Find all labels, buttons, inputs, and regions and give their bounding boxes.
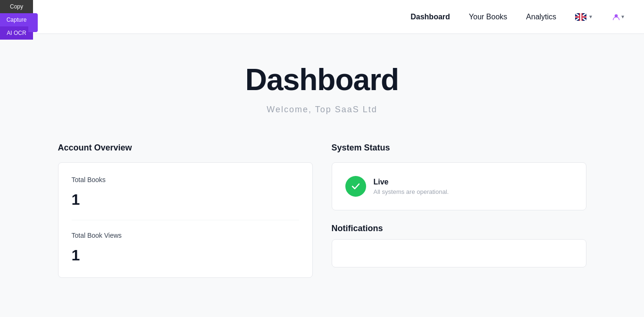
dashboard-grid: Account Overview Total Books 1 Total Boo… bbox=[58, 143, 586, 278]
total-books-value: 1 bbox=[72, 191, 299, 209]
nav-dashboard[interactable]: Dashboard bbox=[410, 13, 450, 21]
notifications-title: Notifications bbox=[332, 224, 586, 234]
lang-chevron-icon: ▼ bbox=[588, 14, 593, 19]
nav-your-books[interactable]: Your Books bbox=[469, 13, 507, 21]
notifications-card bbox=[332, 239, 586, 267]
account-overview-section: Account Overview Total Books 1 Total Boo… bbox=[58, 143, 313, 278]
floating-toolbar: Copy Capture AI OCR bbox=[0, 0, 33, 40]
svg-rect-0 bbox=[575, 13, 586, 21]
status-live-icon bbox=[345, 176, 366, 197]
status-description: All systems are operational. bbox=[374, 188, 449, 195]
status-text: Live All systems are operational. bbox=[374, 178, 449, 195]
right-column: System Status Live All systems are opera… bbox=[332, 143, 586, 278]
total-book-views-label: Total Book Views bbox=[72, 232, 299, 239]
flag-uk-icon bbox=[575, 13, 586, 21]
user-chevron-icon: ▼ bbox=[620, 14, 625, 19]
total-book-views-value: 1 bbox=[72, 247, 299, 264]
capture-indicator bbox=[28, 13, 38, 32]
language-selector[interactable]: ▼ bbox=[575, 13, 593, 21]
total-books-label: Total Books bbox=[72, 176, 299, 184]
system-status-card: Live All systems are operational. bbox=[332, 162, 586, 210]
copy-button[interactable]: Copy bbox=[0, 0, 33, 13]
system-status-title: System Status bbox=[332, 143, 586, 153]
status-row: Live All systems are operational. bbox=[345, 176, 573, 197]
hero-section: Dashboard Welcome, Top SaaS Ltd bbox=[58, 62, 586, 115]
account-overview-card: Total Books 1 Total Book Views 1 bbox=[58, 162, 313, 278]
stat-divider bbox=[72, 220, 299, 220]
status-label: Live bbox=[374, 178, 449, 186]
nav-analytics[interactable]: Analytics bbox=[526, 13, 556, 21]
nav-links: Dashboard Your Books Analytics ▼ ▼ bbox=[410, 10, 625, 24]
user-menu[interactable]: ▼ bbox=[612, 10, 625, 24]
navigation: Dashboard Your Books Analytics ▼ ▼ bbox=[0, 0, 644, 34]
account-overview-title: Account Overview bbox=[58, 143, 313, 153]
hero-subtitle: Welcome, Top SaaS Ltd bbox=[58, 105, 586, 115]
page-title: Dashboard bbox=[58, 62, 586, 97]
main-content: Dashboard Welcome, Top SaaS Ltd Account … bbox=[39, 34, 605, 297]
